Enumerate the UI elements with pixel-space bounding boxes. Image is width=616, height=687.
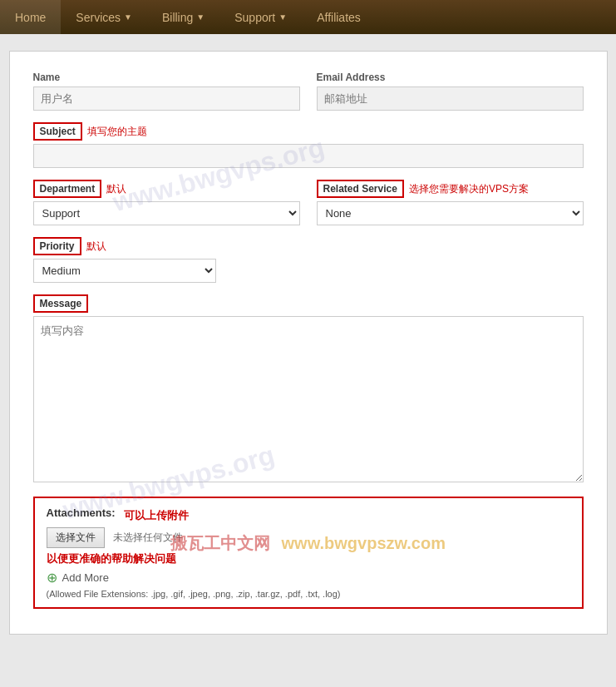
priority-group: Priority 默认 Medium <box>33 237 584 283</box>
department-hint: 默认 <box>106 182 126 196</box>
subject-hint: 填写您的主题 <box>87 125 147 139</box>
related-service-select[interactable]: None <box>317 201 584 225</box>
name-label: Name <box>33 72 300 83</box>
nav-support[interactable]: Support ▼ <box>219 0 302 34</box>
main-container: www.bwgvps.org www.bwgvps.org Name Email… <box>9 51 608 635</box>
email-label: Email Address <box>317 72 584 83</box>
related-service-hint: 选择您需要解决的VPS方案 <box>409 182 529 196</box>
message-textarea[interactable] <box>33 316 584 482</box>
name-input[interactable] <box>33 86 300 111</box>
nav-affiliates[interactable]: Affiliates <box>302 0 376 34</box>
subject-label: Subject <box>33 122 82 141</box>
nav-services-label: Services <box>76 11 121 24</box>
dept-related-row: Department 默认 Support Related Service 选择… <box>33 180 584 225</box>
attach-subhint-row: 以便更准确的帮助解决问题 <box>47 551 570 566</box>
attachments-file-row: 选择文件 未选择任何文件 <box>47 527 570 548</box>
attachments-box: Attachments: 可以上传附件 选择文件 未选择任何文件 以便更准确的帮… <box>33 497 584 609</box>
priority-hint: 默认 <box>86 240 106 254</box>
email-input[interactable] <box>317 86 584 111</box>
subject-input[interactable] <box>33 144 584 168</box>
nav-support-arrow: ▼ <box>278 12 287 22</box>
nav-services[interactable]: Services ▼ <box>61 0 147 34</box>
message-group: Message <box>33 294 584 485</box>
nav-affiliates-label: Affiliates <box>317 11 361 24</box>
nav-billing-label: Billing <box>162 11 193 24</box>
allowed-extensions: (Allowed File Extensions: .jpg, .gif, .j… <box>47 589 570 599</box>
add-more-text[interactable]: Add More <box>62 571 109 584</box>
attach-subhint: 以便更准确的帮助解决问题 <box>47 552 176 565</box>
priority-label-row: Priority 默认 <box>33 237 584 255</box>
attachments-hint: 可以上传附件 <box>124 508 189 523</box>
attachments-label: Attachments: <box>47 507 116 519</box>
priority-select[interactable]: Medium <box>33 259 216 283</box>
form-content: Name Email Address Subject 填写您的主题 Depart… <box>33 72 584 609</box>
related-service-label-row: Related Service 选择您需要解决的VPS方案 <box>317 180 584 198</box>
nav-services-arrow: ▼ <box>124 12 132 22</box>
nav-home[interactable]: Home <box>0 0 61 34</box>
add-more-row: ⊕ Add More <box>47 570 570 586</box>
name-email-row: Name Email Address <box>33 72 584 111</box>
nav-billing-arrow: ▼ <box>196 12 205 22</box>
email-group: Email Address <box>317 72 584 111</box>
department-group: Department 默认 Support <box>33 180 300 225</box>
priority-label: Priority <box>33 237 81 255</box>
department-select[interactable]: Support <box>33 201 300 225</box>
no-file-text: 未选择任何文件 <box>113 531 183 545</box>
nav-home-label: Home <box>15 11 46 24</box>
message-label-row: Message <box>33 294 584 313</box>
add-more-icon: ⊕ <box>47 570 57 586</box>
nav-billing[interactable]: Billing ▼ <box>147 0 219 34</box>
message-label: Message <box>33 294 89 313</box>
department-label: Department <box>33 180 102 198</box>
related-service-label: Related Service <box>317 180 404 198</box>
choose-file-button[interactable]: 选择文件 <box>47 527 105 548</box>
related-service-group: Related Service 选择您需要解决的VPS方案 None <box>317 180 584 225</box>
dept-label-row: Department 默认 <box>33 180 300 198</box>
nav-support-label: Support <box>234 11 275 24</box>
priority-select-wrap: Medium <box>33 259 216 283</box>
attachments-line1: Attachments: 可以上传附件 <box>47 507 570 524</box>
name-group: Name <box>33 72 300 111</box>
subject-group: Subject 填写您的主题 <box>33 122 584 168</box>
subject-label-row: Subject 填写您的主题 <box>33 122 584 141</box>
navbar: Home Services ▼ Billing ▼ Support ▼ Affi… <box>0 0 616 34</box>
